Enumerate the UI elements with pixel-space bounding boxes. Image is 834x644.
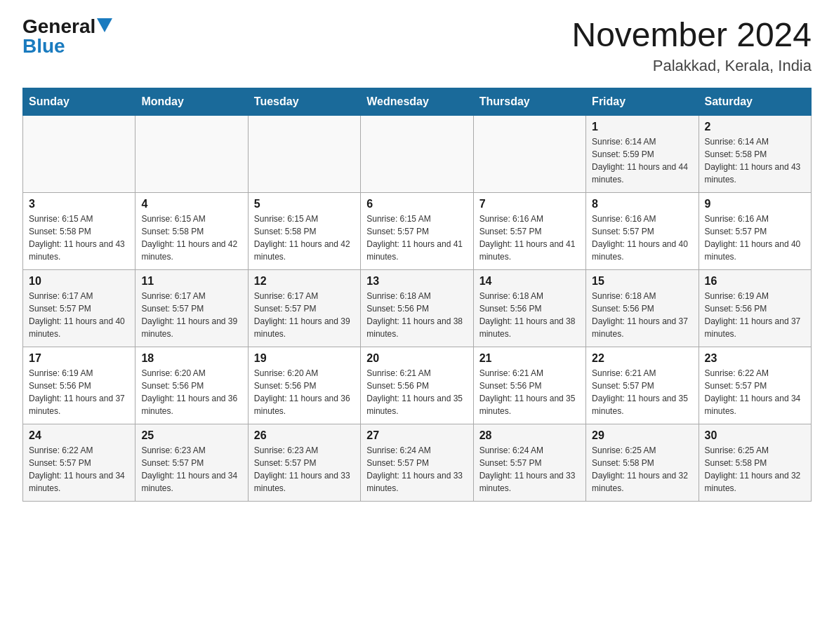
calendar-cell: 19Sunrise: 6:20 AM Sunset: 5:56 PM Dayli… [248,347,360,424]
calendar-cell: 15Sunrise: 6:18 AM Sunset: 5:56 PM Dayli… [586,269,699,347]
day-number: 14 [479,275,580,288]
day-info: Sunrise: 6:22 AM Sunset: 5:57 PM Dayligh… [705,367,805,417]
weekday-header-saturday: Saturday [699,88,811,115]
day-number: 7 [479,198,580,210]
day-info: Sunrise: 6:16 AM Sunset: 5:57 PM Dayligh… [705,213,805,263]
day-number: 18 [141,352,241,365]
day-number: 17 [29,352,129,365]
day-number: 29 [592,429,692,442]
calendar-cell: 24Sunrise: 6:22 AM Sunset: 5:57 PM Dayli… [23,424,135,501]
day-number: 30 [705,429,805,442]
weekday-header-friday: Friday [586,88,699,115]
day-info: Sunrise: 6:17 AM Sunset: 5:57 PM Dayligh… [254,290,355,340]
weekday-header-wednesday: Wednesday [361,88,473,115]
day-info: Sunrise: 6:15 AM Sunset: 5:58 PM Dayligh… [29,213,129,263]
calendar-cell: 26Sunrise: 6:23 AM Sunset: 5:57 PM Dayli… [248,424,360,501]
calendar-cell: 8Sunrise: 6:16 AM Sunset: 5:57 PM Daylig… [586,192,699,269]
day-number: 11 [141,275,241,288]
calendar-cell [23,115,135,192]
day-info: Sunrise: 6:21 AM Sunset: 5:56 PM Dayligh… [479,367,580,417]
calendar-cell: 23Sunrise: 6:22 AM Sunset: 5:57 PM Dayli… [699,347,811,424]
calendar-cell [361,115,473,192]
calendar-cell: 16Sunrise: 6:19 AM Sunset: 5:56 PM Dayli… [699,269,811,347]
calendar-cell: 5Sunrise: 6:15 AM Sunset: 5:58 PM Daylig… [248,192,360,269]
day-info: Sunrise: 6:18 AM Sunset: 5:56 PM Dayligh… [366,290,467,340]
day-info: Sunrise: 6:21 AM Sunset: 5:57 PM Dayligh… [592,367,692,417]
weekday-header-sunday: Sunday [23,88,135,115]
day-info: Sunrise: 6:19 AM Sunset: 5:56 PM Dayligh… [705,290,805,340]
month-title: November 2024 [571,17,812,54]
weekday-header-row: SundayMondayTuesdayWednesdayThursdayFrid… [23,88,812,115]
calendar-cell: 13Sunrise: 6:18 AM Sunset: 5:56 PM Dayli… [361,269,473,347]
calendar-cell: 28Sunrise: 6:24 AM Sunset: 5:57 PM Dayli… [473,424,585,501]
calendar-cell: 14Sunrise: 6:18 AM Sunset: 5:56 PM Dayli… [473,269,585,347]
weekday-header-tuesday: Tuesday [248,88,360,115]
day-number: 19 [254,352,355,365]
day-number: 6 [366,198,467,210]
page-header: General Blue November 2024 Palakkad, Ker… [22,17,812,75]
day-number: 3 [29,198,129,210]
calendar-cell [473,115,585,192]
calendar-cell: 1Sunrise: 6:14 AM Sunset: 5:59 PM Daylig… [586,115,699,192]
day-info: Sunrise: 6:16 AM Sunset: 5:57 PM Dayligh… [479,213,580,263]
calendar-cell: 18Sunrise: 6:20 AM Sunset: 5:56 PM Dayli… [135,347,248,424]
day-number: 15 [592,275,692,288]
day-number: 26 [254,429,355,442]
day-number: 22 [592,352,692,365]
day-number: 27 [366,429,467,442]
day-info: Sunrise: 6:25 AM Sunset: 5:58 PM Dayligh… [592,444,692,495]
day-info: Sunrise: 6:18 AM Sunset: 5:56 PM Dayligh… [592,290,692,340]
calendar-cell: 17Sunrise: 6:19 AM Sunset: 5:56 PM Dayli… [23,347,135,424]
day-number: 25 [141,429,241,442]
day-number: 13 [366,275,467,288]
day-number: 9 [705,198,805,210]
day-info: Sunrise: 6:14 AM Sunset: 5:58 PM Dayligh… [705,135,805,186]
svg-marker-0 [97,18,112,32]
calendar-cell: 11Sunrise: 6:17 AM Sunset: 5:57 PM Dayli… [135,269,248,347]
calendar-cell [135,115,248,192]
day-info: Sunrise: 6:15 AM Sunset: 5:58 PM Dayligh… [254,213,355,263]
calendar-cell: 27Sunrise: 6:24 AM Sunset: 5:57 PM Dayli… [361,424,473,501]
location-title: Palakkad, Kerala, India [571,57,812,75]
day-info: Sunrise: 6:21 AM Sunset: 5:56 PM Dayligh… [366,367,467,417]
day-info: Sunrise: 6:19 AM Sunset: 5:56 PM Dayligh… [29,367,129,417]
day-info: Sunrise: 6:14 AM Sunset: 5:59 PM Dayligh… [592,135,692,186]
calendar-cell [248,115,360,192]
calendar-cell: 12Sunrise: 6:17 AM Sunset: 5:57 PM Dayli… [248,269,360,347]
calendar-cell: 10Sunrise: 6:17 AM Sunset: 5:57 PM Dayli… [23,269,135,347]
day-info: Sunrise: 6:22 AM Sunset: 5:57 PM Dayligh… [29,444,129,495]
calendar-cell: 30Sunrise: 6:25 AM Sunset: 5:58 PM Dayli… [699,424,811,501]
calendar-cell: 3Sunrise: 6:15 AM Sunset: 5:58 PM Daylig… [23,192,135,269]
day-number: 2 [705,121,805,133]
day-info: Sunrise: 6:17 AM Sunset: 5:57 PM Dayligh… [141,290,241,340]
day-number: 10 [29,275,129,288]
day-number: 8 [592,198,692,210]
logo: General Blue [22,17,112,56]
day-info: Sunrise: 6:23 AM Sunset: 5:57 PM Dayligh… [141,444,241,495]
day-info: Sunrise: 6:20 AM Sunset: 5:56 PM Dayligh… [141,367,241,417]
day-number: 16 [705,275,805,288]
logo-triangle-icon [97,18,112,32]
day-info: Sunrise: 6:15 AM Sunset: 5:57 PM Dayligh… [366,213,467,263]
day-number: 12 [254,275,355,288]
day-info: Sunrise: 6:16 AM Sunset: 5:57 PM Dayligh… [592,213,692,263]
calendar-cell: 2Sunrise: 6:14 AM Sunset: 5:58 PM Daylig… [699,115,811,192]
calendar-cell: 21Sunrise: 6:21 AM Sunset: 5:56 PM Dayli… [473,347,585,424]
calendar-cell: 4Sunrise: 6:15 AM Sunset: 5:58 PM Daylig… [135,192,248,269]
calendar-cell: 6Sunrise: 6:15 AM Sunset: 5:57 PM Daylig… [361,192,473,269]
day-info: Sunrise: 6:17 AM Sunset: 5:57 PM Dayligh… [29,290,129,340]
calendar-cell: 9Sunrise: 6:16 AM Sunset: 5:57 PM Daylig… [699,192,811,269]
title-block: November 2024 Palakkad, Kerala, India [571,17,812,75]
calendar-week-row: 1Sunrise: 6:14 AM Sunset: 5:59 PM Daylig… [23,115,812,192]
day-number: 1 [592,121,692,133]
day-number: 23 [705,352,805,365]
calendar-cell: 29Sunrise: 6:25 AM Sunset: 5:58 PM Dayli… [586,424,699,501]
day-info: Sunrise: 6:23 AM Sunset: 5:57 PM Dayligh… [254,444,355,495]
calendar-week-row: 17Sunrise: 6:19 AM Sunset: 5:56 PM Dayli… [23,347,812,424]
weekday-header-monday: Monday [135,88,248,115]
day-number: 21 [479,352,580,365]
calendar-table: SundayMondayTuesdayWednesdayThursdayFrid… [22,88,812,502]
day-info: Sunrise: 6:24 AM Sunset: 5:57 PM Dayligh… [479,444,580,495]
day-number: 28 [479,429,580,442]
day-info: Sunrise: 6:20 AM Sunset: 5:56 PM Dayligh… [254,367,355,417]
